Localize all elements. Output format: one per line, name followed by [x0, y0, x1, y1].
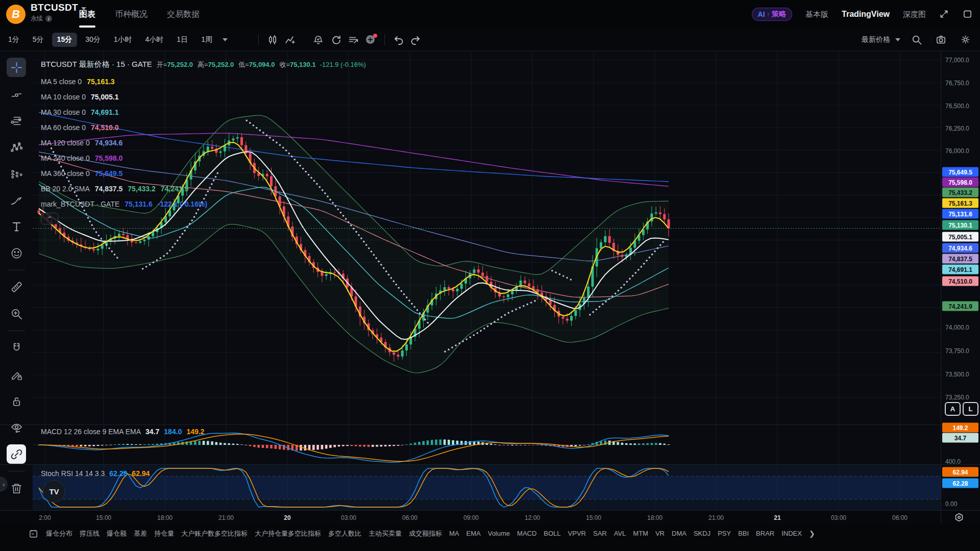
legend-row[interactable]: MA 5 close 075,161.3 — [41, 74, 366, 89]
tab-2[interactable]: 交易数据 — [167, 0, 200, 29]
search-button[interactable] — [908, 32, 925, 47]
indicator-item-主动买卖量[interactable]: 主动买卖量 — [369, 529, 402, 538]
legend-row[interactable]: MA 60 close 074,510.0 — [41, 120, 366, 135]
indicator-item-VR[interactable]: VR — [655, 530, 665, 537]
legend-row[interactable]: MA 120 close 074,934.6 — [41, 135, 366, 151]
tool-fib-lines-button[interactable] — [7, 111, 26, 130]
indicator-item-大户账户数多空比指标[interactable]: 大户账户数多空比指标 — [181, 529, 248, 538]
symbol-block[interactable]: BTCUSDT 永续 i — [31, 2, 86, 23]
indicator-item-BRAR[interactable]: BRAR — [756, 530, 774, 537]
indicator-item-大户持仓量多空比指标[interactable]: 大户持仓量多空比指标 — [255, 529, 321, 538]
ai-strategy-badge[interactable]: AI↑ 策略 — [752, 8, 793, 21]
indicator-item-基差[interactable]: 基差 — [134, 529, 147, 538]
indicator-item-AVL[interactable]: AVL — [614, 530, 626, 537]
indicator-item-Volume[interactable]: Volume — [488, 530, 510, 537]
indicator-item-MACD[interactable]: MACD — [517, 530, 536, 537]
tool-trash-button[interactable] — [7, 479, 26, 498]
legend-row[interactable]: MA 30 close 074,691.1 — [41, 105, 366, 120]
indicator-item-MTM[interactable]: MTM — [633, 530, 648, 537]
stoch-rsi-legend[interactable]: Stoch RSI 14 14 3 362.2862.94 — [41, 469, 150, 478]
redo-button[interactable] — [407, 32, 425, 47]
interval-button-15分[interactable]: 15分 — [52, 33, 78, 47]
fullscreen-expand-icon[interactable] — [939, 9, 949, 19]
tool-zoom-in-button[interactable] — [7, 304, 26, 323]
price-tag: 149.2 — [942, 423, 978, 433]
panel-window-icon[interactable] — [963, 9, 973, 19]
indicator-item-DMA[interactable]: DMA — [672, 530, 687, 537]
tab-1[interactable]: 币种概况 — [115, 0, 148, 29]
indicators-button[interactable] — [281, 32, 299, 47]
hexagon-settings-icon[interactable] — [953, 512, 965, 523]
indicator-item-撑压线[interactable]: 撑压线 — [80, 529, 100, 538]
candle-style-button[interactable] — [264, 32, 281, 47]
interval-dropdown-caret[interactable] — [223, 38, 228, 41]
settings-gear-button[interactable] — [957, 32, 974, 47]
tool-text-button[interactable] — [7, 217, 26, 236]
template-button[interactable] — [345, 32, 362, 47]
indicator-item-持仓量[interactable]: 持仓量 — [154, 529, 174, 538]
snapshot-camera-button[interactable] — [932, 32, 949, 47]
add-indicator-button[interactable] — [362, 32, 379, 47]
symbol-title[interactable]: BTCUSDT — [31, 2, 78, 13]
legend-row[interactable]: mark_BTCUSDT · GATE75,131.6-122.1 (-0.16… — [41, 196, 366, 212]
price-axis[interactable]: 77,000.076,750.076,500.076,250.076,000.0… — [941, 51, 980, 524]
tool-crosshair-button[interactable] — [7, 58, 26, 77]
legend-row-label: MA 240 close 0 — [41, 154, 90, 162]
tool-link-button[interactable] — [7, 444, 26, 464]
indicator-item-EMA[interactable]: EMA — [467, 530, 481, 537]
legend-collapse-button[interactable]: ⌃ — [41, 213, 58, 224]
legend-row[interactable]: MA 360 close 075,649.5 — [41, 166, 366, 181]
indicator-item-爆仓额[interactable]: 爆仓额 — [107, 529, 127, 538]
indicator-item-SAR[interactable]: SAR — [593, 530, 607, 537]
alert-button[interactable] — [310, 32, 327, 47]
indicator-item-MA[interactable]: MA — [449, 530, 459, 537]
legend-row[interactable]: MA 10 close 075,005.1 — [41, 89, 366, 105]
indicator-item-VPVR[interactable]: VPVR — [568, 530, 586, 537]
tool-pattern-button[interactable] — [7, 137, 26, 157]
calendar-icon[interactable] — [29, 529, 39, 539]
tool-draw-lock-button[interactable] — [7, 365, 26, 384]
undo-button[interactable] — [390, 32, 407, 47]
legend-row[interactable]: BB 20 2.0 SMA74,837.575,433.274,241.9 — [41, 181, 366, 196]
interval-button-4小时[interactable]: 4小时 — [140, 33, 169, 47]
tool-forecast-button[interactable] — [7, 164, 26, 183]
macd-legend[interactable]: MACD 12 26 close 9 EMA EMA34.7184.0149.2 — [41, 428, 204, 436]
legend-title-row[interactable]: BTCUSDT 最新价格 · 15 · GATE开=75,252.0高=75,2… — [41, 60, 366, 69]
more-indicators-chevron[interactable]: ❯ — [809, 530, 815, 538]
time-axis[interactable]: 2:0015:0018:0021:002003:0006:0009:0012:0… — [0, 510, 980, 524]
price-tag: 74,934.6 — [942, 243, 978, 253]
tab-0[interactable]: 图表 — [79, 0, 95, 29]
interval-button-1分[interactable]: 1分 — [3, 33, 24, 47]
interval-button-1日[interactable]: 1日 — [172, 33, 193, 47]
brand-tradingview[interactable]: TradingView — [842, 10, 890, 19]
indicator-bar: 爆仓分布撑压线爆仓额基差持仓量大户账户数多空比指标大户持仓量多空比指标多空人数比… — [0, 524, 980, 543]
info-icon[interactable]: i — [45, 15, 52, 22]
indicator-item-BOLL[interactable]: BOLL — [544, 530, 560, 537]
axis-button-L[interactable]: L — [963, 402, 978, 416]
tool-lock-button[interactable] — [7, 391, 26, 411]
interval-button-5分[interactable]: 5分 — [28, 33, 49, 47]
tool-trend-line-button[interactable] — [7, 84, 26, 104]
tool-brush-button[interactable] — [7, 190, 26, 210]
price-mode-dropdown[interactable]: 最新价格 — [862, 35, 900, 44]
tool-emoji-button[interactable] — [7, 243, 26, 263]
legend-row-value: 75,433.2 — [128, 185, 156, 193]
indicator-item-SKDJ[interactable]: SKDJ — [694, 530, 710, 537]
interval-button-1周[interactable]: 1周 — [196, 33, 217, 47]
tool-magnet-button[interactable] — [7, 338, 26, 358]
interval-button-1小时[interactable]: 1小时 — [109, 33, 137, 47]
tool-ruler-button[interactable] — [7, 278, 26, 297]
refresh-button[interactable] — [327, 32, 345, 47]
indicator-item-PSY[interactable]: PSY — [718, 530, 731, 537]
interval-button-30分[interactable]: 30分 — [80, 33, 106, 47]
indicator-item-爆仓分布[interactable]: 爆仓分布 — [46, 529, 72, 538]
axis-button-A[interactable]: A — [945, 402, 961, 416]
depth-map-link[interactable]: 深度图 — [903, 10, 926, 19]
indicator-item-BBI[interactable]: BBI — [738, 530, 749, 537]
indicator-item-多空人数比[interactable]: 多空人数比 — [328, 529, 361, 538]
indicator-item-成交额指标[interactable]: 成交额指标 — [409, 529, 442, 538]
legend-row[interactable]: MA 240 close 075,598.0 — [41, 151, 366, 166]
indicator-item-INDEX[interactable]: INDEX — [781, 530, 802, 537]
tool-eye-button[interactable] — [7, 418, 26, 437]
plan-label[interactable]: 基本版 — [805, 10, 828, 19]
